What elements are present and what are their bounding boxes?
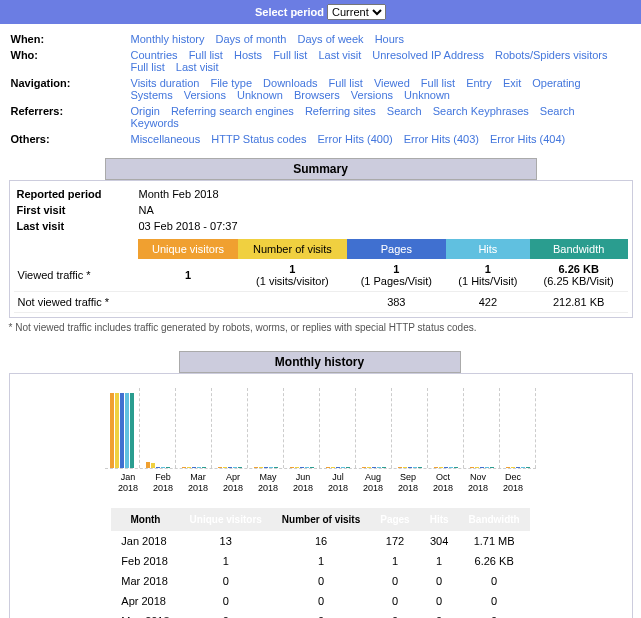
filter-link[interactable]: Full list xyxy=(131,61,165,73)
chart-label: Nov2018 xyxy=(461,470,496,494)
chart-label: Jan2018 xyxy=(111,470,146,494)
chart-label: May2018 xyxy=(251,470,286,494)
chart-label: Mar2018 xyxy=(181,470,216,494)
period-select[interactable]: Current xyxy=(327,4,386,20)
chart-bar xyxy=(156,467,160,468)
chart-bar xyxy=(197,467,201,468)
filter-link[interactable]: File type xyxy=(210,77,252,89)
chart-bar xyxy=(120,393,124,468)
filter-link[interactable]: Downloads xyxy=(263,77,317,89)
filter-link[interactable]: Miscellaneous xyxy=(131,133,201,145)
filter-link[interactable]: Full list xyxy=(421,77,455,89)
chart-bar xyxy=(418,467,422,468)
chart-label: Feb2018 xyxy=(146,470,181,494)
chart-bar xyxy=(223,467,227,468)
col-bandwidth: Bandwidth xyxy=(459,508,530,531)
chart-bar xyxy=(331,467,335,468)
chart-bar xyxy=(161,467,165,468)
filter-link[interactable]: Viewed xyxy=(374,77,410,89)
first-visit-label: First visit xyxy=(16,203,136,217)
filter-link[interactable]: Referring search engines xyxy=(171,105,294,117)
chart-bar xyxy=(346,467,350,468)
col-month: Month xyxy=(111,508,179,531)
filter-link[interactable]: Days of week xyxy=(298,33,364,45)
chart-label: Aug2018 xyxy=(356,470,391,494)
chart-bar xyxy=(449,467,453,468)
chart-bar xyxy=(506,467,510,468)
chart-bar xyxy=(254,467,258,468)
col-number-visits: Number of visits xyxy=(272,508,370,531)
monthly-table: Month Unique visitors Number of visits P… xyxy=(111,508,529,618)
when-links: Monthly history Days of month Days of we… xyxy=(131,32,631,46)
viewed-label: Viewed traffic * xyxy=(14,259,138,292)
filter-link[interactable]: Monthly history xyxy=(131,33,205,45)
summary-footnote: * Not viewed traffic includes traffic ge… xyxy=(9,322,633,333)
filter-link[interactable]: Unknown xyxy=(237,89,283,101)
chart-bar xyxy=(490,467,494,468)
table-row: Jan 201813161723041.71 MB xyxy=(111,531,529,551)
filter-link[interactable]: Unresolved IP Address xyxy=(372,49,484,61)
filter-link[interactable]: Full list xyxy=(189,49,223,61)
filter-link[interactable]: Search Keyphrases xyxy=(433,105,529,117)
last-visit-label: Last visit xyxy=(16,219,136,233)
filter-link[interactable]: Search xyxy=(387,105,422,117)
chart-bar xyxy=(259,467,263,468)
filter-link[interactable]: Full list xyxy=(273,49,307,61)
table-row: Viewed traffic * 1 1(1 visits/visitor) 1… xyxy=(14,259,628,292)
summary-metrics: Unique visitors Number of visits Pages H… xyxy=(14,239,628,313)
table-row: Not viewed traffic * 383 422 212.81 KB xyxy=(14,292,628,313)
filter-link[interactable]: Last visit xyxy=(176,61,219,73)
col-unique-visitors: Unique visitors xyxy=(180,508,272,531)
navigation-label: Navigation: xyxy=(11,76,129,102)
filter-link[interactable]: Versions xyxy=(351,89,393,101)
filter-link[interactable]: HTTP Status codes xyxy=(211,133,306,145)
who-label: Who: xyxy=(11,48,129,74)
filter-link[interactable]: Error Hits (403) xyxy=(404,133,479,145)
chart-bar xyxy=(372,467,376,468)
filter-link[interactable]: Countries xyxy=(131,49,178,61)
chart-bar xyxy=(403,467,407,468)
col-number-visits: Number of visits xyxy=(238,239,347,259)
filter-link[interactable]: Last visit xyxy=(318,49,361,61)
filter-link[interactable]: Error Hits (404) xyxy=(490,133,565,145)
monthly-title: Monthly history xyxy=(179,351,461,373)
table-row: Feb 201811116.26 KB xyxy=(111,551,529,571)
chart-bar xyxy=(310,467,314,468)
referrers-links: Origin Referring search engines Referrin… xyxy=(131,104,631,130)
filter-link[interactable]: Unknown xyxy=(404,89,450,101)
table-row: May 201800000 xyxy=(111,611,529,618)
chart-bar xyxy=(182,467,186,468)
filter-link[interactable]: Origin xyxy=(131,105,160,117)
chart-label: Apr2018 xyxy=(216,470,251,494)
chart-label: Dec2018 xyxy=(496,470,531,494)
filter-link[interactable]: Browsers xyxy=(294,89,340,101)
summary-panel: Reported periodMonth Feb 2018 First visi… xyxy=(9,180,633,318)
filter-link[interactable]: Entry xyxy=(466,77,492,89)
filter-link[interactable]: Referring sites xyxy=(305,105,376,117)
others-links: Miscellaneous HTTP Status codes Error Hi… xyxy=(131,132,631,146)
filter-link[interactable]: Hosts xyxy=(234,49,262,61)
chart-bar xyxy=(151,463,155,468)
filter-link[interactable]: Versions xyxy=(184,89,226,101)
filter-link[interactable]: Days of month xyxy=(216,33,287,45)
chart-bar xyxy=(233,467,237,468)
filters-table: When:Monthly history Days of month Days … xyxy=(9,30,633,148)
chart-bar xyxy=(475,467,479,468)
filter-link[interactable]: Error Hits (400) xyxy=(318,133,393,145)
chart-bar xyxy=(187,467,191,468)
chart-bar xyxy=(238,467,242,468)
reported-period-label: Reported period xyxy=(16,187,136,201)
filter-link[interactable]: Exit xyxy=(503,77,521,89)
filter-link[interactable]: Hours xyxy=(375,33,404,45)
filter-link[interactable]: Robots/Spiders visitors xyxy=(495,49,608,61)
filter-link[interactable]: Full list xyxy=(329,77,363,89)
table-row: Mar 201800000 xyxy=(111,571,529,591)
who-links: Countries Full list Hosts Full list Last… xyxy=(131,48,631,74)
chart-bar xyxy=(434,467,438,468)
chart-bar xyxy=(326,467,330,468)
notviewed-label: Not viewed traffic * xyxy=(14,292,138,313)
col-unique-visitors: Unique visitors xyxy=(138,239,238,259)
chart-bar xyxy=(367,467,371,468)
chart-bar xyxy=(110,393,114,468)
filter-link[interactable]: Visits duration xyxy=(131,77,200,89)
